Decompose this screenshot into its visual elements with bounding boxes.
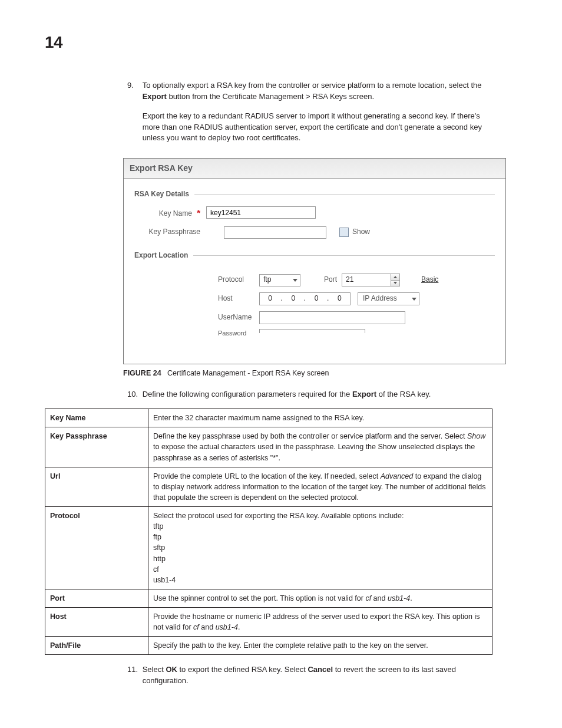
param-desc: Select the protocol used for exporting t… [148,507,492,589]
figure-caption-text: Certificate Management - Export RSA Key … [167,369,329,377]
port-value: 21 [342,274,391,286]
param-key: Key Passphrase [45,427,148,467]
dialog-title: Export RSA Key [124,159,505,178]
text: Define the following configuration param… [143,390,352,398]
parameter-table: Key Name Enter the 32 character maximum … [45,409,492,655]
label-port: Port [324,275,337,285]
ip-octet: 0 [315,294,319,304]
table-row: Path/File Specify the path to the key. E… [45,637,492,655]
text: of the RSA key. [376,390,431,398]
chevron-up-icon [394,276,397,278]
ip-octet: 0 [292,294,296,304]
text: To optionally export a RSA key from the … [143,81,482,90]
host-ip-field[interactable]: 0. 0. 0. 0 [259,292,351,305]
username-field[interactable] [259,311,405,324]
table-row: Key Passphrase Define the key passphrase… [45,427,492,467]
step-9: 9. To optionally export a RSA key from t… [127,80,517,144]
chevron-down-icon [394,282,397,284]
table-row: Url Provide the complete URL to the loca… [45,467,492,506]
key-passphrase-field[interactable] [224,226,326,239]
param-desc: Define the key passphrase used by both t… [148,427,492,467]
label-username: UserName [218,312,259,322]
figure-export-rsa-key: Export RSA Key RSA Key Details Key Name … [123,158,506,364]
step-11: 11. Select OK to export the defined RSA … [127,664,517,687]
address-type-select[interactable]: IP Address [358,292,419,305]
protocol-value: ftp [263,275,271,285]
chevron-down-icon [412,298,416,301]
step-num: 10. [127,389,140,400]
address-type-value: IP Address [363,294,397,304]
figure-caption: FIGURE 24 Certificate Management - Expor… [123,368,517,378]
show-checkbox[interactable] [339,228,349,237]
bold-export: Export [352,390,376,398]
step-10: 10. Define the following configuration p… [127,389,517,400]
bold-cancel: Cancel [308,665,333,674]
required-asterisk-icon: * [197,207,200,218]
port-step-up[interactable] [391,274,399,281]
ip-octet: 0 [338,294,342,304]
paragraph: Export the key to a redundant RADIUS ser… [143,111,496,144]
bold-export: Export [143,92,167,101]
port-stepper[interactable]: 21 [342,274,400,286]
label-protocol: Protocol [218,275,259,285]
text: button from the Certificate Management >… [167,92,374,101]
text: to export the defined RSA key. Select [177,665,308,674]
param-key: Port [45,589,148,607]
step-num: 11. [127,664,140,676]
key-name-field[interactable] [206,206,316,219]
param-key: Key Name [45,409,148,427]
password-field[interactable] [259,329,365,333]
fieldset-rsa-key-details: RSA Key Details [134,190,189,198]
param-key: Url [45,467,148,506]
basic-link[interactable]: Basic [421,275,438,285]
ip-octet: 0 [268,294,272,304]
label-key-name: Key Name * [147,206,200,219]
param-desc: Enter the 32 character maximum name assi… [148,409,492,427]
step-num: 9. [127,80,140,91]
table-row: Port Use the spinner control to set the … [45,589,492,607]
param-key: Protocol [45,507,148,589]
page-number: 14 [45,33,517,52]
port-step-down[interactable] [391,281,399,286]
param-desc: Use the spinner control to set the port.… [148,589,492,607]
param-desc: Provide the hostname or numeric IP addre… [148,608,492,637]
table-row: Key Name Enter the 32 character maximum … [45,409,492,427]
protocol-select[interactable]: ftp [259,274,300,286]
label-host: Host [218,294,259,304]
figure-number: FIGURE 24 [123,369,161,377]
param-key: Host [45,608,148,637]
table-row: Protocol Select the protocol used for ex… [45,507,492,589]
chevron-down-icon [293,279,297,282]
fieldset-export-location: Export Location [134,251,188,259]
label-show: Show [352,227,370,237]
label-password: Password [218,329,259,338]
table-row: Host Provide the hostname or numeric IP … [45,608,492,637]
text: Select [143,665,166,674]
param-desc: Specify the path to the key. Enter the c… [148,637,492,655]
label-key-passphrase: Key Passphrase [147,227,200,237]
param-desc: Provide the complete URL to the location… [148,467,492,506]
bold-ok: OK [166,665,177,674]
param-key: Path/File [45,637,148,655]
